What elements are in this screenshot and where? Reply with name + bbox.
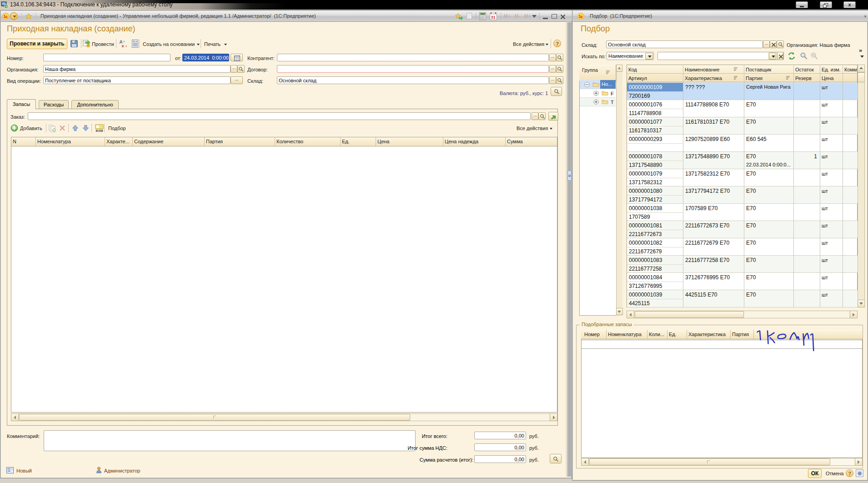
svg-text:т: т	[125, 45, 127, 48]
svg-text:Д: Д	[120, 40, 122, 44]
svg-text:31: 31	[491, 15, 496, 20]
svg-text:К: К	[122, 44, 124, 48]
svg-text:c: c	[581, 15, 583, 19]
svg-text:т: т	[123, 40, 125, 43]
svg-text:c: c	[5, 15, 8, 19]
